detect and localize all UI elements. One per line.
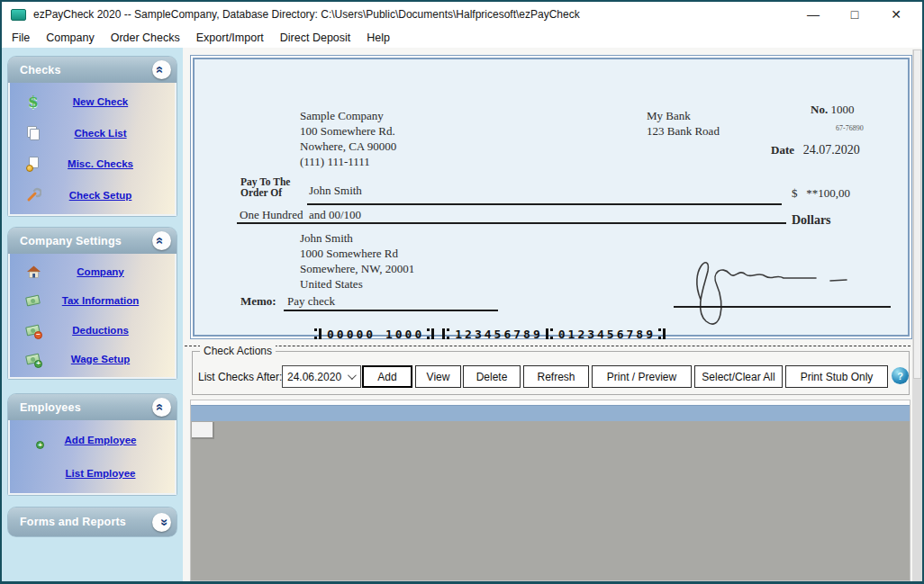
print-stub-only-button[interactable]: Print Stub Only	[785, 365, 888, 388]
dollars-label: Dollars	[792, 212, 831, 228]
sidebar-item-label[interactable]: Tax Information	[42, 295, 159, 306]
menu-item-help[interactable]: Help	[358, 29, 398, 47]
checks-grid[interactable]	[190, 400, 910, 581]
amount-words: One Hundred and 00/100	[240, 207, 361, 222]
memo-label: Memo:	[240, 293, 276, 309]
sidebar-item-label[interactable]: Deductions	[42, 325, 159, 336]
sidebar-item-label[interactable]: Wage Setup	[42, 354, 159, 364]
sidebar-item-tax-information[interactable]: Tax Information	[10, 292, 175, 309]
sidebar-section-company-settings: Company Settings « Company Tax Informati…	[8, 228, 177, 379]
payee-address-line: 1000 Somewhere Rd	[300, 246, 414, 261]
menu-item-direct-deposit[interactable]: Direct Deposit	[272, 29, 359, 47]
company-address1: 100 Somewhere Rd.	[300, 123, 396, 139]
payee-address-block: John Smith 1000 Somewhere Rd Somewhere, …	[300, 230, 414, 292]
sidebar-item-add-employee[interactable]: + Add Employee	[10, 432, 175, 448]
check-preview: Sample Company 100 Somewhere Rd. Nowhere…	[190, 55, 912, 339]
sidebar-item-label[interactable]: Check List	[42, 128, 159, 139]
sidebar-item-wage-setup[interactable]: + Wage Setup	[10, 351, 175, 367]
sidebar-item-list-employee[interactable]: List Employee	[10, 465, 175, 481]
sidebar-item-check-list[interactable]: Check List	[10, 125, 175, 141]
sidebar-item-misc-checks[interactable]: Misc. Checks	[10, 156, 175, 172]
grid-corner-cell[interactable]	[192, 422, 214, 439]
check-date-row: Date 24.07.2020	[771, 142, 860, 157]
payee-address-line: Somewhere, NW, 20001	[300, 261, 414, 276]
minimize-button[interactable]: —	[793, 3, 834, 26]
check-date: 24.07.2020	[803, 143, 860, 157]
close-button[interactable]: ✕	[875, 3, 917, 26]
maximize-button[interactable]: □	[834, 3, 875, 26]
amount-words-line	[237, 222, 786, 224]
section-company-settings-content: Company Tax Information − Deductions + W…	[8, 254, 177, 379]
delete-button[interactable]: Delete	[463, 365, 521, 388]
people-icon	[24, 465, 42, 481]
micr-routing-number: 123456789	[455, 328, 542, 341]
sidebar: Checks « $ New Check Check List Misc. Ch…	[2, 48, 183, 581]
list-checks-after-label: List Checks After:	[198, 366, 282, 388]
collapse-button[interactable]: «	[152, 398, 171, 417]
separator	[185, 346, 910, 346]
chevron-down-icon: «	[156, 518, 169, 526]
pay-to-line2: Order Of	[240, 188, 290, 199]
chevron-down-icon[interactable]	[348, 371, 357, 380]
menu-item-export-import[interactable]: Export/Import	[188, 29, 272, 47]
date-filter-combobox[interactable]: 24.06.2020	[282, 365, 361, 388]
chevron-up-icon: «	[154, 403, 168, 410]
signature-line	[674, 306, 891, 308]
menu-item-company[interactable]: Company	[38, 29, 103, 47]
main-panel: Sample Company 100 Somewhere Rd. Nowhere…	[183, 48, 922, 581]
sidebar-item-label[interactable]: Check Setup	[42, 190, 159, 201]
title-bar: ezPayCheck 2020 -- SampleCompany, Databa…	[2, 2, 922, 27]
menu-bar: File Company Order Checks Export/Import …	[2, 27, 922, 48]
vertical-scrollbar[interactable]	[912, 49, 922, 581]
check-company-block: Sample Company 100 Somewhere Rd. Nowhere…	[300, 108, 396, 169]
sidebar-item-label[interactable]: Company	[42, 266, 159, 277]
micr-onus-icon	[427, 328, 434, 339]
add-button[interactable]: Add	[362, 365, 412, 388]
person-add-icon: +	[24, 432, 42, 448]
sidebar-item-label[interactable]: Add Employee	[42, 435, 159, 445]
micr-transit-icon	[442, 328, 449, 339]
refresh-button[interactable]: Refresh	[523, 365, 589, 388]
check-date-label: Date	[771, 143, 794, 157]
money-icon	[24, 292, 42, 309]
company-phone: (111) 111-1111	[300, 154, 396, 169]
section-employees-title: Employees	[20, 401, 152, 414]
section-checks-content: $ New Check Check List Misc. Checks Chec…	[8, 83, 177, 216]
menu-item-order-checks[interactable]: Order Checks	[103, 29, 188, 47]
sidebar-section-employees: Employees « + Add Employee	[8, 394, 177, 495]
section-forms-reports-header[interactable]: Forms and Reports «	[8, 508, 177, 536]
payee-address-line: United States	[300, 276, 414, 292]
pay-to-label: Pay To The Order Of	[240, 177, 290, 198]
collapse-button[interactable]: «	[152, 231, 171, 250]
grid-body[interactable]	[191, 421, 910, 580]
pages-icon	[24, 125, 42, 141]
check-number-label: No.	[811, 103, 828, 116]
help-icon[interactable]: ?	[892, 367, 909, 384]
select-clear-all-button[interactable]: Select/Clear All	[694, 365, 783, 388]
section-employees-content: + Add Employee List Employee	[8, 420, 177, 495]
collapse-button[interactable]: «	[152, 60, 171, 79]
memo-line	[284, 310, 498, 311]
view-button[interactable]: View	[415, 365, 461, 388]
micr-onus-icon	[658, 328, 666, 339]
sidebar-item-check-setup[interactable]: Check Setup	[10, 187, 175, 203]
sidebar-section-forms-reports: Forms and Reports «	[8, 508, 177, 536]
section-employees-header[interactable]: Employees «	[8, 394, 177, 420]
sidebar-item-company[interactable]: Company	[10, 264, 175, 280]
check-number-row: No. 1000	[811, 102, 854, 117]
chevron-up-icon: «	[154, 66, 168, 73]
sidebar-item-deductions[interactable]: − Deductions	[10, 322, 175, 338]
house-icon	[24, 264, 42, 280]
print-preview-button[interactable]: Print / Preview	[592, 365, 692, 388]
sidebar-item-new-check[interactable]: $ New Check	[10, 94, 175, 110]
section-company-settings-header[interactable]: Company Settings «	[8, 228, 177, 254]
check-fraction: 67-76890	[836, 124, 864, 132]
menu-item-file[interactable]: File	[4, 29, 38, 47]
scrollbar-thumb[interactable]	[913, 49, 921, 379]
sidebar-item-label[interactable]: Misc. Checks	[42, 158, 159, 169]
expand-button[interactable]: «	[152, 513, 171, 532]
sidebar-item-label[interactable]: New Check	[42, 96, 159, 107]
sidebar-item-label[interactable]: List Employee	[42, 468, 159, 479]
money-plus-icon: +	[24, 351, 42, 367]
section-checks-header[interactable]: Checks «	[8, 57, 177, 83]
